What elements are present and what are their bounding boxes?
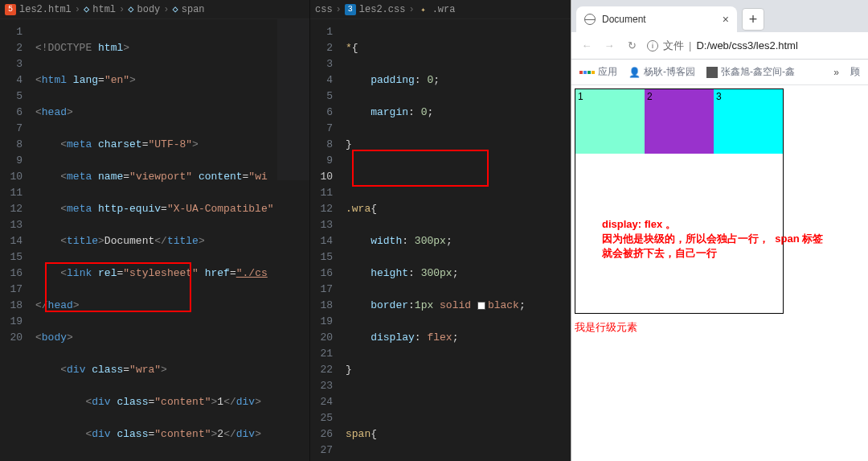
bookmark-label: 杨耿-博客园	[644, 65, 695, 79]
chevron-right-icon: ›	[163, 4, 169, 15]
browser-tab[interactable]: Document ×	[576, 6, 737, 32]
flex-item: 3	[714, 89, 783, 154]
cell-label: 3	[716, 91, 722, 102]
breadcrumb-file[interactable]: les2.css	[359, 4, 406, 15]
bookmark-item[interactable]: 张鑫旭-鑫空间-鑫	[706, 65, 795, 79]
code-editor-html[interactable]: 12345 678910 1112131415 1617181920 <!DOC…	[0, 19, 309, 461]
bookmark-item[interactable]: 👤 杨耿-博客园	[628, 65, 695, 79]
close-icon[interactable]: ×	[723, 13, 729, 26]
url-scheme-label: 文件	[663, 39, 684, 53]
editor-pane-css: css › 3 les2.css › ✦ .wra 12345 678910 1…	[309, 0, 571, 461]
breadcrumb-folder[interactable]: css	[315, 4, 333, 15]
breadcrumb-html: 5 les2.html › ◇ html › ◇ body › ◇ span	[0, 0, 309, 19]
cell-label: 1	[578, 91, 583, 102]
browser-tabstrip: Document × +	[571, 0, 868, 32]
overflow-chevron-icon[interactable]: »	[833, 67, 839, 78]
apps-button[interactable]: 应用	[579, 65, 617, 79]
flex-container: 1 2 3	[575, 88, 784, 314]
breadcrumb-file[interactable]: les2.html	[19, 4, 72, 15]
breadcrumb-selector[interactable]: .wra	[432, 4, 456, 15]
editor-pane-html: 5 les2.html › ◇ html › ◇ body › ◇ span 1…	[0, 0, 309, 461]
forward-button[interactable]: →	[602, 39, 616, 51]
globe-icon	[584, 14, 596, 25]
selector-icon: ✦	[418, 4, 429, 15]
chevron-right-icon: ›	[75, 4, 80, 15]
color-swatch-icon	[477, 302, 485, 310]
minimap[interactable]	[277, 19, 309, 180]
browser-pane: Document × + ← → ↻ i 文件 | D:/web/css3/le…	[571, 0, 868, 461]
breadcrumb-item[interactable]: span	[182, 4, 205, 15]
code-area[interactable]: <!DOCTYPE html> <html lang="en"> <head> …	[29, 19, 309, 461]
bookmark-label: 张鑫旭-鑫空间-鑫	[721, 65, 795, 79]
tab-title: Document	[602, 14, 646, 25]
bookmark-favicon	[706, 67, 718, 78]
flex-item: 1	[575, 89, 645, 154]
bookmark-label[interactable]: 顾	[850, 65, 860, 79]
reload-button[interactable]: ↻	[624, 39, 639, 51]
code-editor-css[interactable]: 12345 678910 1112131415 1617181920 21222…	[310, 19, 571, 461]
apps-label: 应用	[598, 65, 617, 79]
cell-label: 2	[647, 91, 653, 102]
chevron-right-icon: ›	[408, 4, 414, 15]
browser-toolbar: ← → ↻ i 文件 | D:/web/css3/les2.html	[571, 32, 868, 60]
annotation-text: display: flex 。 因为他是块级的，所以会独占一行， span 标签…	[602, 217, 823, 261]
breadcrumb-item[interactable]: body	[137, 4, 161, 15]
chevron-right-icon: ›	[336, 4, 342, 15]
css3-icon: 3	[345, 4, 356, 15]
annotation-line: span 标签	[775, 233, 823, 245]
chevron-right-icon: ›	[119, 4, 125, 15]
breadcrumb-item[interactable]: html	[92, 4, 116, 15]
url-text: D:/web/css3/les2.html	[696, 39, 797, 51]
breadcrumb-css: css › 3 les2.css › ✦ .wra	[310, 0, 571, 19]
line-gutter: 12345 678910 1112131415 1617181920	[0, 19, 29, 461]
info-icon[interactable]: i	[647, 40, 658, 51]
annotation-line: display: flex 。	[602, 217, 823, 232]
person-icon: 👤	[628, 67, 641, 78]
annotation-line: 因为他是块级的，所以会独占一行，	[602, 233, 769, 245]
new-tab-button[interactable]: +	[742, 8, 764, 31]
flex-item: 2	[645, 89, 714, 154]
line-gutter: 12345 678910 1112131415 1617181920 21222…	[310, 19, 339, 461]
annotation-line: 就会被挤下去，自己一行	[602, 246, 823, 261]
html5-icon: 5	[5, 4, 16, 15]
back-button[interactable]: ←	[579, 39, 594, 51]
bookmark-bar: 应用 👤 杨耿-博客园 张鑫旭-鑫空间-鑫 » 顾	[571, 60, 868, 85]
span-output: 我是行级元素	[575, 320, 865, 335]
code-area[interactable]: *{ padding: 0; margin: 0; } .wra{ width:…	[339, 19, 571, 461]
rendered-page: 1 2 3 display: flex 。 因为他是块级的，所以会独占一行， s…	[571, 85, 868, 338]
address-bar[interactable]: i 文件 | D:/web/css3/les2.html	[647, 39, 860, 53]
